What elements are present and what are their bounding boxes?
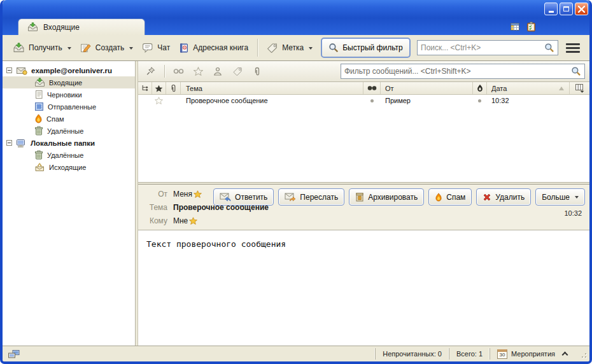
folder-label: Отправленные [48, 103, 96, 111]
sort-ascending-icon [559, 87, 564, 90]
folder-junk[interactable]: Спам [3, 113, 135, 125]
close-button[interactable] [575, 3, 588, 15]
filter-starred-button[interactable] [190, 64, 206, 79]
maximize-button[interactable] [560, 3, 573, 15]
filter-attachment-button[interactable] [249, 64, 265, 79]
folder-inbox[interactable]: Входящие [3, 76, 135, 88]
folder-sent[interactable]: Отправленные [3, 101, 135, 113]
attachment-column-icon [170, 84, 177, 93]
unread-count: Непрочитанных: 0 [375, 348, 449, 360]
column-attachment[interactable] [166, 82, 181, 94]
column-picker-button[interactable] [570, 82, 589, 94]
folder-label: Входящие [49, 79, 82, 87]
folder-trash[interactable]: Удалённые [3, 125, 135, 137]
column-junk[interactable] [473, 82, 487, 94]
pin-filter-button[interactable] [143, 64, 159, 79]
network-status-icon [8, 349, 20, 360]
message-body-pane[interactable]: Текст проверочного сообщения [138, 230, 589, 346]
message-time: 10:32 [564, 209, 582, 217]
junk-icon [435, 193, 442, 202]
collapse-icon[interactable] [6, 67, 12, 73]
chat-button[interactable]: Чат [137, 39, 174, 56]
message-body-text: Текст проверочного сообщения [146, 239, 589, 249]
pin-icon [146, 66, 156, 76]
contact-star-icon[interactable] [194, 190, 202, 198]
address-book-icon [179, 43, 189, 53]
junk-button[interactable]: Спам [428, 188, 472, 206]
filter-search-icon[interactable] [571, 66, 581, 76]
attachment-filter-icon [253, 67, 261, 76]
reply-icon [220, 193, 231, 202]
delete-button[interactable]: Удалить [476, 188, 531, 206]
get-mail-dropdown-icon[interactable] [67, 47, 71, 52]
message-row[interactable]: Проверочное сообщение Пример 10:32 [138, 95, 589, 106]
to-label: Кому [146, 216, 167, 225]
tasks-tab-button[interactable] [526, 22, 536, 32]
tag-label: Метка [282, 43, 304, 52]
more-dropdown-icon [575, 196, 579, 200]
local-folders-row[interactable]: Локальные папки [3, 137, 135, 149]
search-icon[interactable] [544, 43, 554, 53]
column-date[interactable]: Дата [487, 82, 570, 94]
folder-outbox[interactable]: Исходящие [3, 161, 135, 173]
sent-icon [34, 102, 44, 111]
get-mail-button[interactable]: Получить [8, 39, 76, 56]
resize-grip[interactable] [578, 349, 588, 359]
tag-button[interactable]: Метка [262, 39, 317, 56]
row-star-toggle[interactable] [152, 95, 166, 106]
calendar-tab-button[interactable] [510, 22, 521, 32]
more-button[interactable]: Больше [535, 188, 585, 206]
filter-contact-button[interactable] [209, 64, 226, 79]
titlebar[interactable] [3, 0, 589, 18]
contact-filter-icon [213, 67, 222, 76]
column-thread[interactable] [138, 82, 152, 94]
junk-column-icon [477, 84, 483, 92]
forward-button[interactable]: Переслать [278, 188, 344, 206]
address-book-button[interactable]: Адресная книга [174, 39, 253, 57]
global-search-input[interactable] [421, 43, 544, 52]
app-window: Входящие [0, 0, 592, 364]
write-dropdown-icon[interactable] [129, 47, 133, 52]
message-filter-box[interactable] [341, 64, 585, 79]
write-button[interactable]: Создать [76, 39, 138, 56]
column-starred[interactable] [152, 82, 166, 94]
row-junk-indicator[interactable] [473, 95, 487, 106]
to-value[interactable]: Мне [173, 216, 197, 225]
global-search-box[interactable] [417, 40, 558, 55]
tasks-icon [526, 22, 536, 32]
row-date: 10:32 [487, 95, 570, 106]
column-subject[interactable]: Тема [181, 82, 363, 94]
star-column-icon [155, 85, 163, 92]
collapse-icon[interactable] [6, 140, 12, 146]
toolbar-separator [257, 39, 258, 57]
online-status-button[interactable] [4, 348, 25, 360]
reply-button[interactable]: Ответить [213, 188, 274, 206]
filter-tag-button[interactable] [229, 64, 246, 79]
filter-unread-button[interactable] [170, 64, 187, 79]
contact-star-icon[interactable] [189, 217, 197, 225]
trash-icon [34, 150, 43, 160]
account-row[interactable]: example@oreluniver.ru [3, 64, 135, 76]
tag-dropdown-icon[interactable] [309, 47, 313, 52]
app-menu-button[interactable] [566, 43, 580, 53]
archive-button[interactable]: Архивировать [349, 188, 424, 206]
subject-label: Тема [146, 203, 167, 212]
junk-folder-icon [34, 114, 43, 123]
from-label: От [146, 190, 167, 199]
row-read-indicator[interactable] [363, 95, 381, 106]
column-from[interactable]: От [381, 82, 473, 94]
folder-local-trash[interactable]: Удалённые [3, 149, 135, 161]
quick-filter-separator [164, 65, 165, 78]
tab-inbox[interactable]: Входящие [18, 18, 145, 35]
column-read[interactable] [363, 82, 381, 94]
folder-drafts[interactable]: Черновики [3, 88, 135, 101]
close-icon [578, 6, 585, 13]
quick-filter-toggle-button[interactable]: Быстрый фильтр [321, 38, 410, 58]
message-filter-input[interactable] [344, 67, 571, 76]
star-outline-icon [155, 97, 163, 104]
from-value[interactable]: Меня [173, 190, 202, 199]
get-mail-icon [13, 43, 25, 53]
minimize-button[interactable] [544, 3, 558, 15]
events-panel-toggle[interactable]: 30 Мероприятия [490, 348, 575, 360]
account-icon [16, 66, 27, 75]
